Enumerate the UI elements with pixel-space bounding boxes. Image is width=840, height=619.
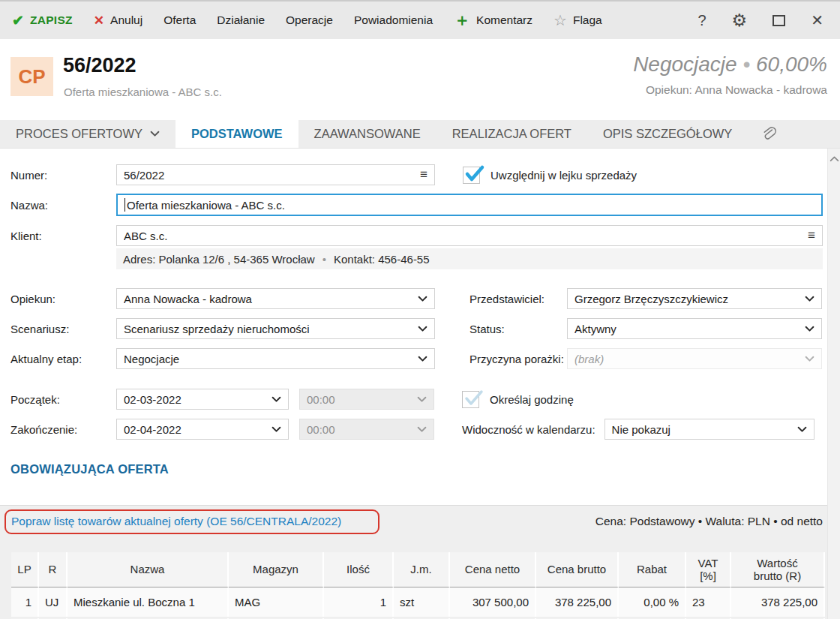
check-icon <box>464 164 485 183</box>
col-r[interactable]: R <box>39 552 68 587</box>
opiekun-select[interactable]: Anna Nowacka - kadrowa <box>116 288 435 309</box>
col-wartosc-brutto[interactable]: Wartość brutto (R) <box>731 552 825 587</box>
add-comment-button[interactable]: ＋ Komentarz <box>454 12 532 29</box>
etap-select[interactable]: Negocjacje <box>116 348 435 369</box>
col-vat[interactable]: VAT [%] <box>686 552 731 587</box>
menu-operacje-label: Operacje <box>286 14 333 27</box>
przedstawiciel-label: Przedstawiciel: <box>470 293 567 305</box>
price-settings-summary: Cena: Podstawowy • Waluta: PLN • od nett… <box>596 515 823 528</box>
close-icon[interactable]: ✕ <box>811 11 824 29</box>
numer-label: Numer: <box>10 169 116 182</box>
list-select-icon[interactable]: ≡ <box>808 228 815 243</box>
vertical-scrollbar[interactable] <box>827 149 840 619</box>
tab-podstawowe[interactable]: PODSTAWOWE <box>176 120 298 148</box>
menu-dzialanie-label: Działanie <box>217 14 265 27</box>
save-button[interactable]: ✔ ZAPISZ <box>12 12 73 29</box>
offer-section: Popraw listę towarów aktualnej oferty (O… <box>0 505 840 619</box>
help-icon[interactable]: ? <box>698 12 706 29</box>
cell-nazwa: Mieszkanie ul. Boczna 1 <box>68 587 229 617</box>
form-panel: Numer: 56/2022 ≡ Uwzględnij w lejku sprz… <box>0 164 840 619</box>
cell-jm: szt <box>394 587 450 617</box>
status-select[interactable]: Aktywny <box>567 318 822 339</box>
godzina-checkbox[interactable] <box>462 391 479 408</box>
numer-value: 56/2022 <box>124 169 414 182</box>
menu-dzialanie[interactable]: Działanie <box>217 14 265 27</box>
status-value: Aktywny <box>574 323 799 335</box>
tab-proces-ofertowy[interactable]: PROCES OFERTOWY <box>0 120 176 148</box>
numer-input[interactable]: 56/2022 ≡ <box>116 164 435 185</box>
klient-address: Adres: Polanka 12/6 , 54-365 Wrocław <box>123 253 315 266</box>
tab-proces-ofertowy-label: PROCES OFERTOWY <box>16 127 142 141</box>
stage-name: Negocjacje <box>633 53 737 76</box>
cancel-button[interactable]: ✕ Anuluj <box>94 13 142 29</box>
flag-button[interactable]: ☆ Flaga <box>554 11 602 29</box>
col-magazyn[interactable]: Magazyn <box>229 552 324 587</box>
list-select-icon[interactable]: ≡ <box>420 167 428 182</box>
cell-rabat: 0,00 % <box>619 587 686 617</box>
przedstawiciel-value: Grzegorz Brzęczyszczykiewicz <box>574 293 799 305</box>
tab-realizacja-ofert[interactable]: REALIZACJA OFERT <box>436 120 587 148</box>
col-ilosc[interactable]: Ilość <box>324 552 394 587</box>
nazwa-value: Oferta mieszkaniowa - ABC s.c. <box>127 199 814 212</box>
col-cena-netto[interactable]: Cena netto <box>450 552 536 587</box>
kalendarz-value: Nie pokazuj <box>612 423 791 436</box>
table-row[interactable]: 1 UJ Mieszkanie ul. Boczna 1 MAG 1 szt 3… <box>11 587 825 617</box>
star-icon: ☆ <box>554 11 567 29</box>
scroll-up-icon[interactable] <box>830 155 839 162</box>
porazka-select[interactable]: (brak) <box>567 348 822 369</box>
chevron-down-icon <box>805 356 814 362</box>
kalendarz-select[interactable]: Nie pokazuj <box>604 419 814 440</box>
col-cena-brutto[interactable]: Cena brutto <box>536 552 619 587</box>
chevron-down-icon <box>150 131 160 137</box>
etap-label: Aktualny etap: <box>10 353 116 365</box>
plus-icon: ＋ <box>454 12 470 29</box>
zakonczenie-date-select[interactable]: 02-04-2022 <box>116 419 289 440</box>
klient-input[interactable]: ABC s.c. ≡ <box>116 225 823 246</box>
zakonczenie-date-value: 02-04-2022 <box>124 423 266 436</box>
cell-r: UJ <box>39 587 68 617</box>
poczatek-date-select[interactable]: 02-03-2022 <box>116 389 289 410</box>
klient-info-strip: Adres: Polanka 12/6 , 54-365 Wrocław • K… <box>116 248 823 269</box>
funnel-checkbox-label: Uwzględnij w lejku sprzedaży <box>490 169 637 182</box>
col-nazwa[interactable]: Nazwa <box>68 552 229 587</box>
porazka-value: (brak) <box>574 353 799 365</box>
section-title: OBOWIĄZUJĄCA OFERTA <box>10 462 840 476</box>
maximize-icon[interactable] <box>772 15 785 26</box>
opiekun-value: Anna Nowacka - kadrowa <box>124 293 412 305</box>
stage-probability: Negocjacje • 60,00% <box>633 53 827 77</box>
chevron-down-icon <box>417 426 427 433</box>
przedstawiciel-select[interactable]: Grzegorz Brzęczyszczykiewicz <box>567 288 822 309</box>
attachments-tab[interactable] <box>748 120 790 148</box>
klient-value: ABC s.c. <box>124 230 802 242</box>
chevron-down-icon <box>272 426 281 433</box>
document-type-badge: CP <box>10 57 53 96</box>
edit-offer-items-link[interactable]: Popraw listę towarów aktualnej oferty (O… <box>11 515 341 528</box>
tab-zaawansowane[interactable]: ZAAWANSOWANE <box>298 120 436 148</box>
nazwa-label: Nazwa: <box>10 199 116 212</box>
gear-icon[interactable]: ⚙ <box>732 11 748 31</box>
funnel-checkbox[interactable] <box>463 167 480 184</box>
chevron-down-icon <box>805 326 814 332</box>
check-icon: ✔ <box>12 12 24 29</box>
col-rabat[interactable]: Rabat <box>619 552 686 587</box>
scenariusz-label: Scenariusz: <box>10 323 116 335</box>
offer-items-table: LP R Nazwa Magazyn Ilość J.m. Cena netto… <box>11 552 825 619</box>
cancel-button-label: Anuluj <box>110 14 142 27</box>
table-header-row: LP R Nazwa Magazyn Ilość J.m. Cena netto… <box>11 552 825 587</box>
godzina-checkbox-group[interactable]: Określaj godzinę <box>462 391 574 408</box>
nazwa-input[interactable]: Oferta mieszkaniowa - ABC s.c. <box>116 194 823 216</box>
tab-realizacja-ofert-label: REALIZACJA OFERT <box>452 127 572 141</box>
tab-zaawansowane-label: ZAAWANSOWANE <box>314 127 421 141</box>
save-button-label: ZAPISZ <box>30 14 73 27</box>
menu-powiadomienia[interactable]: Powiadomienia <box>354 14 433 27</box>
col-jm[interactable]: J.m. <box>394 552 450 587</box>
menu-operacje[interactable]: Operacje <box>286 14 333 27</box>
tab-opis-szczegolowy[interactable]: OPIS SZCZEGÓŁOWY <box>587 120 748 148</box>
separator-dot: • <box>322 253 326 266</box>
col-lp[interactable]: LP <box>11 552 39 587</box>
menu-oferta[interactable]: Oferta <box>164 14 196 27</box>
flag-label: Flaga <box>573 14 602 27</box>
tab-bar: PROCES OFERTOWY PODSTAWOWE ZAAWANSOWANE … <box>0 120 840 149</box>
funnel-checkbox-group[interactable]: Uwzględnij w lejku sprzedaży <box>463 167 637 184</box>
scenariusz-select[interactable]: Scenariusz sprzedaży nieruchomości <box>116 318 435 339</box>
